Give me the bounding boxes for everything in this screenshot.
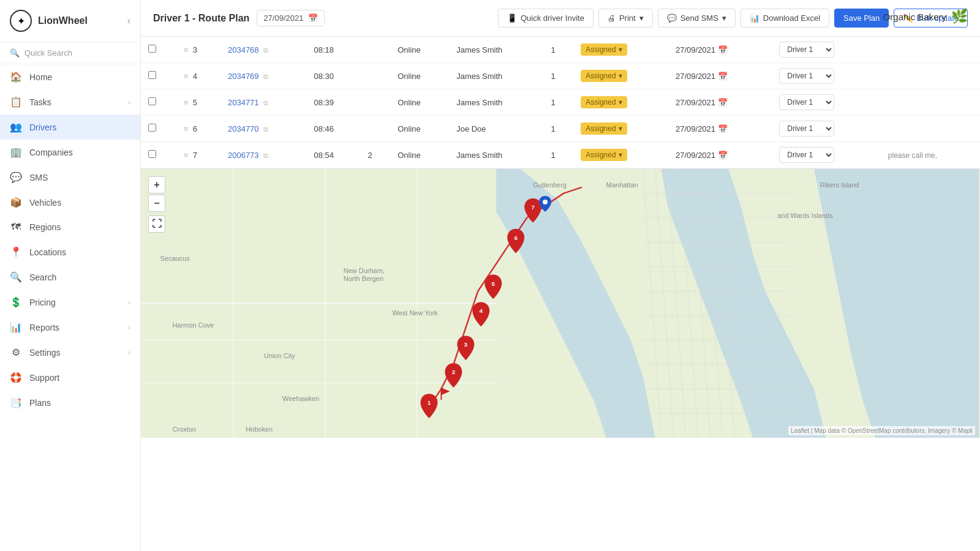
route-table: ≡ 3 2034768 ⧉ 08:18 Online James Smith 1…: [141, 37, 980, 168]
row-number-cell: ≡ 4: [176, 63, 221, 89]
fullscreen-button[interactable]: ⛶: [148, 216, 165, 233]
svg-text:New Durham,: New Durham,: [344, 267, 385, 274]
row-calendar-icon[interactable]: 📅: [718, 98, 728, 107]
svg-point-49: [543, 200, 548, 204]
date-cell: 27/09/2021 📅: [668, 37, 772, 63]
row-calendar-icon[interactable]: 📅: [718, 72, 728, 81]
svg-text:Rikers Island: Rikers Island: [820, 181, 859, 189]
row-number-cell: ≡ 3: [176, 37, 221, 63]
assigned-badge[interactable]: Assigned ▾: [581, 149, 627, 161]
count-cell: 1: [544, 89, 574, 116]
driver-select[interactable]: Driver 1: [779, 68, 834, 84]
task-id-link[interactable]: 2034768: [228, 45, 259, 54]
row-checkbox[interactable]: [148, 45, 156, 53]
drag-handle[interactable]: ≡: [184, 98, 189, 107]
main-content: Driver 1 - Route Plan 27/09/2021 📅 📱 Qui…: [141, 0, 980, 551]
time-cell: 08:46: [307, 116, 361, 142]
assigned-badge[interactable]: Assigned ▾: [581, 43, 627, 56]
drag-handle[interactable]: ≡: [184, 151, 189, 160]
row-calendar-icon[interactable]: 📅: [718, 151, 728, 160]
companies-icon: 🏢: [10, 146, 22, 158]
sidebar-item-plans[interactable]: 📑 Plans: [0, 390, 140, 415]
row-checkbox[interactable]: [148, 97, 156, 105]
zoom-out-button[interactable]: −: [148, 195, 165, 212]
copy-icon[interactable]: ⧉: [263, 47, 268, 54]
sidebar-item-pricing[interactable]: 💲 Pricing ›: [0, 290, 140, 315]
row-number: 6: [193, 124, 197, 133]
print-button[interactable]: 🖨 Print ▾: [598, 9, 653, 28]
task-id-cell: 2006773 ⧉: [221, 142, 307, 168]
sidebar-item-search[interactable]: 🔍 Search: [0, 264, 140, 290]
save-plan-button[interactable]: Save Plan: [834, 9, 889, 28]
home-icon: 🏠: [10, 71, 22, 83]
sidebar-label-reports: Reports: [29, 323, 121, 332]
download-excel-button[interactable]: 📊 Download Excel: [741, 9, 829, 28]
driver-select[interactable]: Driver 1: [779, 42, 834, 58]
save-plan-label: Save Plan: [843, 13, 880, 23]
sidebar-item-regions[interactable]: 🗺 Regions: [0, 215, 140, 239]
back-button[interactable]: ‹: [127, 15, 130, 26]
regions-icon: 🗺: [10, 222, 22, 233]
note-cell: [881, 63, 980, 89]
assigned-badge[interactable]: Assigned ▾: [581, 70, 627, 82]
sidebar-item-vehicles[interactable]: 📦 Vehicles: [0, 190, 140, 215]
svg-text:Union City: Union City: [264, 352, 295, 359]
sms-icon: 💬: [667, 13, 677, 23]
time-cell: 08:30: [307, 63, 361, 89]
quick-search[interactable]: 🔍 Quick Search: [0, 42, 140, 64]
note-cell: [881, 89, 980, 116]
plans-icon: 📑: [10, 397, 22, 408]
zoom-in-button[interactable]: +: [148, 176, 165, 193]
svg-text:and Wards Islands: and Wards Islands: [777, 212, 833, 219]
date-picker[interactable]: 27/09/2021 📅: [257, 10, 325, 26]
sidebar-item-locations[interactable]: 📍 Locations: [0, 239, 140, 264]
sidebar-item-settings[interactable]: ⚙ Settings ›: [0, 340, 140, 365]
sidebar-item-sms[interactable]: 💬 SMS: [0, 165, 140, 190]
driver-select[interactable]: Driver 1: [779, 147, 834, 163]
assigned-badge[interactable]: Assigned ▾: [581, 96, 627, 108]
row-calendar-icon[interactable]: 📅: [718, 124, 728, 133]
sidebar-item-reports[interactable]: 📊 Reports ›: [0, 315, 140, 340]
sms-icon: 💬: [10, 171, 22, 183]
sidebar-item-drivers[interactable]: 👥 Drivers: [0, 114, 140, 140]
driver-select[interactable]: Driver 1: [779, 121, 834, 137]
status-cell: Assigned ▾: [573, 37, 668, 63]
sidebar-item-support[interactable]: 🛟 Support: [0, 365, 140, 390]
driver-cell: Driver 1: [772, 142, 881, 168]
row-checkbox[interactable]: [148, 150, 156, 158]
sidebar-item-companies[interactable]: 🏢 Companies: [0, 140, 140, 165]
logo-icon: ✦: [10, 10, 32, 32]
sidebar-item-tasks[interactable]: 📋 Tasks ›: [0, 89, 140, 114]
status-cell: Assigned ▾: [573, 116, 668, 142]
drag-handle[interactable]: ≡: [184, 45, 189, 54]
copy-icon[interactable]: ⧉: [263, 126, 268, 133]
copy-icon[interactable]: ⧉: [263, 152, 268, 159]
sidebar-item-home[interactable]: 🏠 Home: [0, 64, 140, 89]
driver-select[interactable]: Driver 1: [779, 94, 834, 110]
quick-invite-button[interactable]: 📱 Quick driver Invite: [498, 9, 594, 28]
task-id-link[interactable]: 2034771: [228, 98, 259, 107]
table-row: ≡ 5 2034771 ⧉ 08:39 Online James Smith 1…: [141, 89, 980, 116]
row-checkbox[interactable]: [148, 71, 156, 79]
quick-search-label: Quick Search: [24, 48, 72, 58]
copy-icon[interactable]: ⧉: [263, 73, 268, 80]
map-attribution: Leaflet | Map data © OpenStreetMap contr…: [788, 426, 975, 435]
row-calendar-icon[interactable]: 📅: [718, 45, 728, 54]
svg-text:3: 3: [464, 341, 468, 348]
row-number-cell: ≡ 6: [176, 116, 221, 142]
drag-handle[interactable]: ≡: [184, 72, 189, 81]
task-id-link[interactable]: 2034769: [228, 72, 259, 81]
assigned-badge[interactable]: Assigned ▾: [581, 122, 627, 135]
task-id-link[interactable]: 2034770: [228, 124, 259, 133]
task-id-link[interactable]: 2006773: [228, 151, 259, 160]
status-cell: Assigned ▾: [573, 142, 668, 168]
copy-icon[interactable]: ⧉: [263, 99, 268, 107]
count-cell: 1: [544, 37, 574, 63]
send-sms-button[interactable]: 💬 Send SMS ▾: [658, 9, 736, 28]
content-area: ≡ 3 2034768 ⧉ 08:18 Online James Smith 1…: [141, 37, 980, 551]
sidebar-label-vehicles: Vehicles: [29, 198, 130, 208]
sidebar-label-companies: Companies: [29, 148, 130, 157]
drag-handle[interactable]: ≡: [184, 124, 189, 133]
settings-icon: ⚙: [10, 347, 22, 358]
row-checkbox[interactable]: [148, 124, 156, 132]
